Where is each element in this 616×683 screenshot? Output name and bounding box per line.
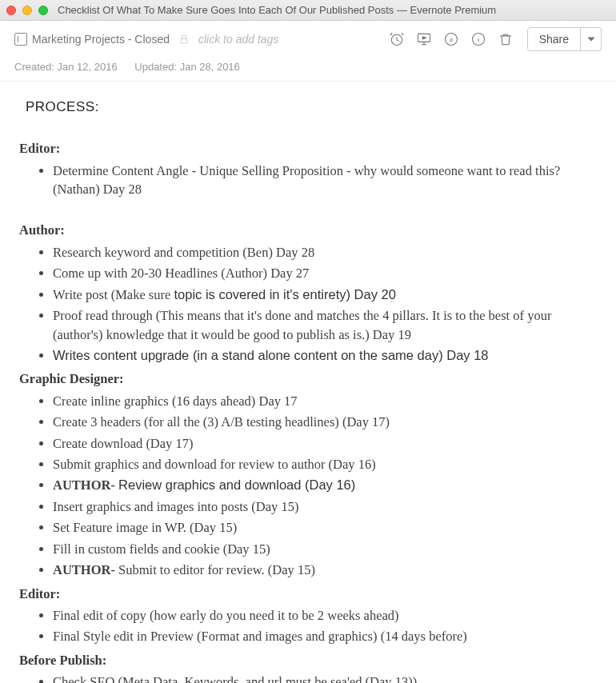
section-author: Author: [19, 221, 597, 239]
gd-list: Create inline graphics (16 days ahead) D… [19, 392, 597, 580]
list-item: Final edit of copy (how early do you nee… [53, 606, 597, 625]
note-toolbar: Marketing Projects - Closed click to add… [0, 21, 616, 58]
tags-input[interactable]: click to add tags [198, 33, 278, 46]
section-editor-2: Editor: [19, 585, 597, 603]
author-list: Research keyword and competition (Ben) D… [19, 243, 597, 365]
close-window-button[interactable] [6, 6, 16, 15]
editor2-list: Final edit of copy (how early do you nee… [19, 606, 597, 646]
section-editor-1: Editor: [19, 139, 597, 158]
note-meta: Created: Jan 12, 2016 Updated: Jan 28, 2… [0, 58, 616, 82]
list-item: Submit graphics and download for review … [53, 455, 597, 473]
list-item: Check SEO (Meta Data, Keywords, and url … [53, 673, 597, 683]
section-before-publish: Before Publish: [19, 651, 597, 669]
list-item: AUTHOR- Submit to editor for review. (Da… [53, 561, 597, 579]
list-item: Set Feature image in WP. (Day 15) [53, 518, 597, 537]
share-dropdown[interactable] [581, 27, 602, 51]
list-item: Fill in custom fields and cookie (Day 15… [53, 540, 597, 558]
info-icon[interactable] [466, 27, 490, 51]
window-titlebar: Checklist Of What To Make Sure Goes Into… [0, 0, 616, 21]
list-item: Writes content upgrade (in a stand alone… [53, 346, 597, 365]
before-list: Check SEO (Meta Data, Keywords, and url … [19, 673, 597, 683]
list-item: AUTHOR- Review graphics and download (Da… [53, 476, 597, 494]
minimize-window-button[interactable] [22, 6, 32, 15]
section-graphic-designer: Graphic Designer: [19, 369, 597, 388]
process-heading: PROCESS: [26, 98, 597, 117]
annotate-icon[interactable]: a [439, 27, 463, 51]
list-item: Create 3 headers (for all the (3) A/B te… [53, 413, 597, 431]
reminder-icon[interactable] [385, 27, 409, 51]
list-item: Research keyword and competition (Ben) D… [53, 243, 597, 262]
traffic-lights [6, 6, 48, 15]
share-button[interactable]: Share [527, 27, 581, 51]
note-body[interactable]: PROCESS: Editor: Determine Content Angle… [0, 82, 616, 683]
lock-icon [178, 33, 190, 46]
editor1-list: Determine Content Angle - Unique Selling… [19, 162, 597, 199]
maximize-window-button[interactable] [38, 6, 48, 15]
present-icon[interactable] [412, 27, 436, 51]
list-item: Final Style edit in Preview (Format and … [53, 627, 597, 645]
trash-icon[interactable] [494, 27, 518, 51]
window-title: Checklist Of What To Make Sure Goes Into… [58, 4, 496, 16]
svg-rect-0 [181, 38, 187, 43]
list-item: Come up with 20-30 Headlines (Author) Da… [53, 264, 597, 282]
list-item: Determine Content Angle - Unique Selling… [53, 162, 597, 199]
list-item: Create download (Day 17) [53, 434, 597, 453]
notebook-name[interactable]: Marketing Projects - Closed [32, 33, 170, 46]
updated-date: Updated: Jan 28, 2016 [134, 61, 240, 73]
list-item: Create inline graphics (16 days ahead) D… [53, 392, 597, 410]
list-item: Write post (Make sure topic is covered i… [53, 286, 597, 304]
notebook-icon [14, 33, 27, 46]
created-date: Created: Jan 12, 2016 [14, 61, 118, 73]
list-item: Proof read through (This means that it's… [53, 306, 597, 344]
list-item: Insert graphics and images into posts (D… [53, 497, 597, 516]
svg-text:a: a [450, 35, 453, 43]
